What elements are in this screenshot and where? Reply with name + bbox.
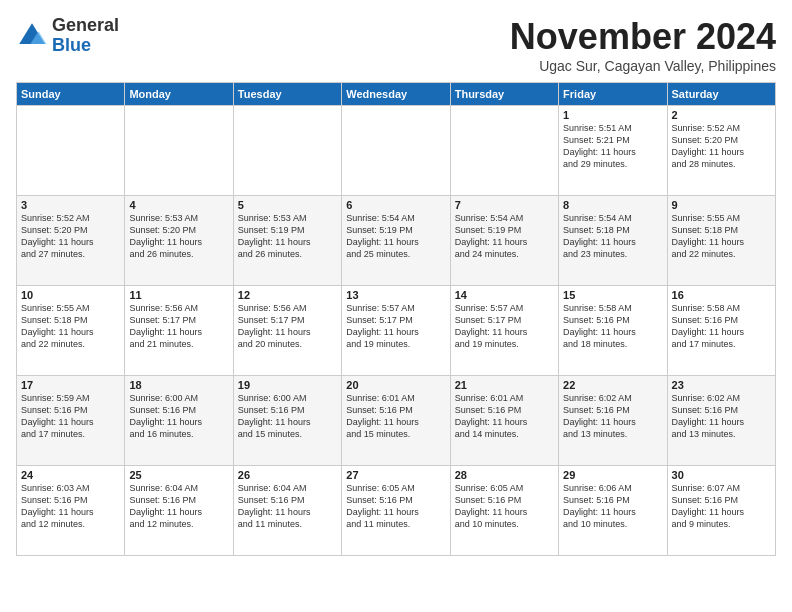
day-info: Sunrise: 5:58 AM Sunset: 5:16 PM Dayligh…: [563, 302, 662, 351]
day-info: Sunrise: 5:52 AM Sunset: 5:20 PM Dayligh…: [21, 212, 120, 261]
calendar-cell: 11Sunrise: 5:56 AM Sunset: 5:17 PM Dayli…: [125, 286, 233, 376]
calendar-cell: 3Sunrise: 5:52 AM Sunset: 5:20 PM Daylig…: [17, 196, 125, 286]
calendar-cell: 19Sunrise: 6:00 AM Sunset: 5:16 PM Dayli…: [233, 376, 341, 466]
calendar-cell: 4Sunrise: 5:53 AM Sunset: 5:20 PM Daylig…: [125, 196, 233, 286]
calendar-cell: 17Sunrise: 5:59 AM Sunset: 5:16 PM Dayli…: [17, 376, 125, 466]
day-number: 18: [129, 379, 228, 391]
day-info: Sunrise: 5:53 AM Sunset: 5:19 PM Dayligh…: [238, 212, 337, 261]
day-number: 16: [672, 289, 771, 301]
day-info: Sunrise: 5:54 AM Sunset: 5:19 PM Dayligh…: [346, 212, 445, 261]
day-number: 17: [21, 379, 120, 391]
day-info: Sunrise: 5:58 AM Sunset: 5:16 PM Dayligh…: [672, 302, 771, 351]
day-number: 19: [238, 379, 337, 391]
calendar-cell: 7Sunrise: 5:54 AM Sunset: 5:19 PM Daylig…: [450, 196, 558, 286]
day-info: Sunrise: 6:02 AM Sunset: 5:16 PM Dayligh…: [563, 392, 662, 441]
day-number: 1: [563, 109, 662, 121]
calendar-table: SundayMondayTuesdayWednesdayThursdayFrid…: [16, 82, 776, 556]
day-number: 9: [672, 199, 771, 211]
day-header-monday: Monday: [125, 83, 233, 106]
day-number: 4: [129, 199, 228, 211]
day-info: Sunrise: 6:06 AM Sunset: 5:16 PM Dayligh…: [563, 482, 662, 531]
day-number: 8: [563, 199, 662, 211]
month-title: November 2024: [510, 16, 776, 58]
calendar-cell: [125, 106, 233, 196]
day-number: 3: [21, 199, 120, 211]
week-row-0: 1Sunrise: 5:51 AM Sunset: 5:21 PM Daylig…: [17, 106, 776, 196]
day-info: Sunrise: 5:55 AM Sunset: 5:18 PM Dayligh…: [672, 212, 771, 261]
day-number: 22: [563, 379, 662, 391]
calendar-header: SundayMondayTuesdayWednesdayThursdayFrid…: [17, 83, 776, 106]
calendar-cell: [450, 106, 558, 196]
calendar-cell: 10Sunrise: 5:55 AM Sunset: 5:18 PM Dayli…: [17, 286, 125, 376]
week-row-3: 17Sunrise: 5:59 AM Sunset: 5:16 PM Dayli…: [17, 376, 776, 466]
day-number: 11: [129, 289, 228, 301]
day-info: Sunrise: 5:56 AM Sunset: 5:17 PM Dayligh…: [238, 302, 337, 351]
calendar-cell: 12Sunrise: 5:56 AM Sunset: 5:17 PM Dayli…: [233, 286, 341, 376]
calendar-cell: 16Sunrise: 5:58 AM Sunset: 5:16 PM Dayli…: [667, 286, 775, 376]
day-info: Sunrise: 6:05 AM Sunset: 5:16 PM Dayligh…: [455, 482, 554, 531]
page-header: General Blue November 2024 Ugac Sur, Cag…: [16, 16, 776, 74]
day-info: Sunrise: 5:54 AM Sunset: 5:18 PM Dayligh…: [563, 212, 662, 261]
day-info: Sunrise: 5:55 AM Sunset: 5:18 PM Dayligh…: [21, 302, 120, 351]
location-title: Ugac Sur, Cagayan Valley, Philippines: [510, 58, 776, 74]
day-header-wednesday: Wednesday: [342, 83, 450, 106]
day-header-tuesday: Tuesday: [233, 83, 341, 106]
day-info: Sunrise: 6:00 AM Sunset: 5:16 PM Dayligh…: [129, 392, 228, 441]
day-info: Sunrise: 6:05 AM Sunset: 5:16 PM Dayligh…: [346, 482, 445, 531]
day-number: 21: [455, 379, 554, 391]
calendar-cell: 15Sunrise: 5:58 AM Sunset: 5:16 PM Dayli…: [559, 286, 667, 376]
day-info: Sunrise: 6:01 AM Sunset: 5:16 PM Dayligh…: [346, 392, 445, 441]
logo-icon: [16, 20, 48, 52]
calendar-cell: 28Sunrise: 6:05 AM Sunset: 5:16 PM Dayli…: [450, 466, 558, 556]
day-number: 7: [455, 199, 554, 211]
calendar-cell: 21Sunrise: 6:01 AM Sunset: 5:16 PM Dayli…: [450, 376, 558, 466]
day-info: Sunrise: 5:56 AM Sunset: 5:17 PM Dayligh…: [129, 302, 228, 351]
day-number: 13: [346, 289, 445, 301]
day-header-saturday: Saturday: [667, 83, 775, 106]
day-info: Sunrise: 6:04 AM Sunset: 5:16 PM Dayligh…: [238, 482, 337, 531]
calendar-cell: 22Sunrise: 6:02 AM Sunset: 5:16 PM Dayli…: [559, 376, 667, 466]
day-number: 25: [129, 469, 228, 481]
day-number: 29: [563, 469, 662, 481]
day-info: Sunrise: 5:54 AM Sunset: 5:19 PM Dayligh…: [455, 212, 554, 261]
calendar-cell: 27Sunrise: 6:05 AM Sunset: 5:16 PM Dayli…: [342, 466, 450, 556]
calendar-cell: 25Sunrise: 6:04 AM Sunset: 5:16 PM Dayli…: [125, 466, 233, 556]
day-number: 10: [21, 289, 120, 301]
day-info: Sunrise: 6:04 AM Sunset: 5:16 PM Dayligh…: [129, 482, 228, 531]
day-number: 2: [672, 109, 771, 121]
day-number: 20: [346, 379, 445, 391]
calendar-cell: 13Sunrise: 5:57 AM Sunset: 5:17 PM Dayli…: [342, 286, 450, 376]
logo: General Blue: [16, 16, 119, 56]
calendar-cell: 20Sunrise: 6:01 AM Sunset: 5:16 PM Dayli…: [342, 376, 450, 466]
calendar-cell: 23Sunrise: 6:02 AM Sunset: 5:16 PM Dayli…: [667, 376, 775, 466]
calendar-cell: 2Sunrise: 5:52 AM Sunset: 5:20 PM Daylig…: [667, 106, 775, 196]
day-number: 28: [455, 469, 554, 481]
calendar-cell: 5Sunrise: 5:53 AM Sunset: 5:19 PM Daylig…: [233, 196, 341, 286]
day-number: 30: [672, 469, 771, 481]
day-number: 24: [21, 469, 120, 481]
calendar-cell: [342, 106, 450, 196]
day-header-friday: Friday: [559, 83, 667, 106]
day-info: Sunrise: 5:52 AM Sunset: 5:20 PM Dayligh…: [672, 122, 771, 171]
calendar-body: 1Sunrise: 5:51 AM Sunset: 5:21 PM Daylig…: [17, 106, 776, 556]
day-header-sunday: Sunday: [17, 83, 125, 106]
calendar-cell: 1Sunrise: 5:51 AM Sunset: 5:21 PM Daylig…: [559, 106, 667, 196]
day-number: 12: [238, 289, 337, 301]
day-info: Sunrise: 5:57 AM Sunset: 5:17 PM Dayligh…: [346, 302, 445, 351]
calendar-cell: 14Sunrise: 5:57 AM Sunset: 5:17 PM Dayli…: [450, 286, 558, 376]
calendar-cell: 9Sunrise: 5:55 AM Sunset: 5:18 PM Daylig…: [667, 196, 775, 286]
day-number: 15: [563, 289, 662, 301]
calendar-cell: 18Sunrise: 6:00 AM Sunset: 5:16 PM Dayli…: [125, 376, 233, 466]
day-info: Sunrise: 5:51 AM Sunset: 5:21 PM Dayligh…: [563, 122, 662, 171]
week-row-4: 24Sunrise: 6:03 AM Sunset: 5:16 PM Dayli…: [17, 466, 776, 556]
day-number: 26: [238, 469, 337, 481]
day-info: Sunrise: 6:03 AM Sunset: 5:16 PM Dayligh…: [21, 482, 120, 531]
day-info: Sunrise: 6:01 AM Sunset: 5:16 PM Dayligh…: [455, 392, 554, 441]
week-row-2: 10Sunrise: 5:55 AM Sunset: 5:18 PM Dayli…: [17, 286, 776, 376]
calendar-cell: 26Sunrise: 6:04 AM Sunset: 5:16 PM Dayli…: [233, 466, 341, 556]
day-info: Sunrise: 5:53 AM Sunset: 5:20 PM Dayligh…: [129, 212, 228, 261]
day-header-thursday: Thursday: [450, 83, 558, 106]
calendar-cell: [17, 106, 125, 196]
day-info: Sunrise: 6:00 AM Sunset: 5:16 PM Dayligh…: [238, 392, 337, 441]
calendar-cell: [233, 106, 341, 196]
